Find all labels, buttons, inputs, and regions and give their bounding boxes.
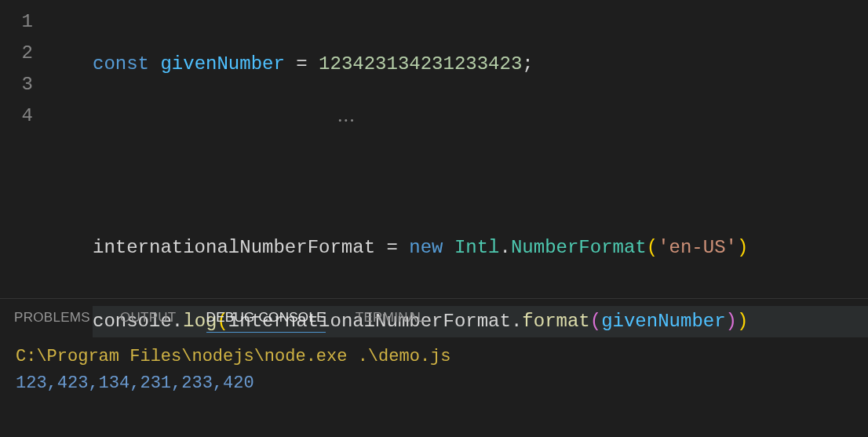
code-line[interactable] <box>93 158 868 190</box>
tab-debug-console[interactable]: DEBUG CONSOLE <box>206 310 326 333</box>
tab-output[interactable]: OUTPUT <box>120 310 177 333</box>
code-editor[interactable]: 1 2 3 4 const givenNumber = 123423134231… <box>0 0 868 298</box>
line-number: 4 <box>0 100 55 132</box>
line-number: 2 <box>0 38 55 69</box>
code-line[interactable]: internationalNumberFormat = new Intl.Num… <box>93 232 868 264</box>
line-number: 1 <box>0 6 55 38</box>
code-line[interactable]: const givenNumber = 123423134231233423; <box>93 49 868 80</box>
line-number: 3 <box>0 69 55 100</box>
line-number-gutter: 1 2 3 4 <box>0 0 55 298</box>
code-area[interactable]: const givenNumber = 123423134231233423; … <box>55 0 868 298</box>
tab-problems[interactable]: PROBLEMS <box>14 310 90 333</box>
tab-terminal[interactable]: TERMINAL <box>356 310 425 333</box>
